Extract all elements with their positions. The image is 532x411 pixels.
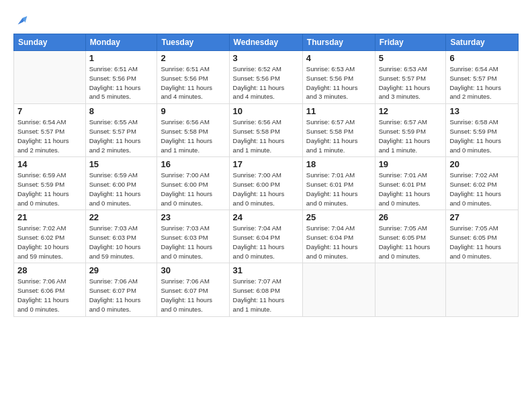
calendar-day-cell bbox=[375, 263, 446, 316]
calendar-day-cell: 6Sunrise: 6:54 AMSunset: 5:57 PMDaylight… bbox=[446, 51, 519, 104]
day-info: Sunrise: 6:54 AMSunset: 5:57 PMDaylight:… bbox=[449, 64, 515, 101]
day-info: Sunrise: 7:06 AMSunset: 6:07 PMDaylight:… bbox=[161, 277, 225, 314]
calendar-day-cell: 9Sunrise: 6:56 AMSunset: 5:58 PMDaylight… bbox=[157, 104, 229, 157]
calendar-day-header: Tuesday bbox=[157, 34, 229, 51]
calendar-day-cell: 3Sunrise: 6:52 AMSunset: 5:56 PMDaylight… bbox=[229, 51, 302, 104]
day-number: 13 bbox=[449, 106, 515, 116]
day-info: Sunrise: 6:57 AMSunset: 5:59 PMDaylight:… bbox=[379, 118, 443, 154]
calendar-day-cell: 16Sunrise: 7:00 AMSunset: 6:00 PMDayligh… bbox=[157, 157, 229, 210]
calendar-week-row: 21Sunrise: 7:02 AMSunset: 6:02 PMDayligh… bbox=[14, 210, 519, 263]
calendar-table: SundayMondayTuesdayWednesdayThursdayFrid… bbox=[13, 34, 519, 316]
logo-bird-icon bbox=[14, 13, 29, 28]
calendar-day-cell: 15Sunrise: 6:59 AMSunset: 6:00 PMDayligh… bbox=[85, 157, 157, 210]
day-info: Sunrise: 7:01 AMSunset: 6:01 PMDaylight:… bbox=[379, 171, 443, 208]
day-number: 21 bbox=[17, 212, 82, 222]
day-info: Sunrise: 6:57 AMSunset: 5:58 PMDaylight:… bbox=[306, 118, 371, 154]
calendar-day-cell bbox=[302, 263, 375, 316]
day-number: 15 bbox=[89, 159, 154, 169]
day-number: 12 bbox=[379, 106, 443, 116]
day-number: 10 bbox=[233, 106, 299, 116]
day-info: Sunrise: 6:53 AMSunset: 5:56 PMDaylight:… bbox=[306, 64, 371, 101]
day-info: Sunrise: 7:06 AMSunset: 6:07 PMDaylight:… bbox=[89, 277, 154, 314]
day-number: 14 bbox=[17, 159, 82, 169]
calendar-day-cell: 8Sunrise: 6:55 AMSunset: 5:57 PMDaylight… bbox=[85, 104, 157, 157]
calendar-day-header: Monday bbox=[85, 34, 157, 51]
calendar-day-cell: 29Sunrise: 7:06 AMSunset: 6:07 PMDayligh… bbox=[85, 263, 157, 316]
calendar-day-cell: 5Sunrise: 6:53 AMSunset: 5:57 PMDaylight… bbox=[375, 51, 446, 104]
day-number: 19 bbox=[379, 159, 443, 169]
day-number: 22 bbox=[89, 212, 154, 222]
day-info: Sunrise: 7:04 AMSunset: 6:04 PMDaylight:… bbox=[306, 224, 371, 261]
calendar-day-cell: 25Sunrise: 7:04 AMSunset: 6:04 PMDayligh… bbox=[302, 210, 375, 263]
day-info: Sunrise: 6:54 AMSunset: 5:57 PMDaylight:… bbox=[17, 118, 82, 154]
calendar-day-cell: 20Sunrise: 7:02 AMSunset: 6:02 PMDayligh… bbox=[446, 157, 519, 210]
calendar-header-row: SundayMondayTuesdayWednesdayThursdayFrid… bbox=[14, 34, 519, 51]
page: SundayMondayTuesdayWednesdayThursdayFrid… bbox=[0, 0, 532, 324]
calendar-day-cell: 2Sunrise: 6:51 AMSunset: 5:56 PMDaylight… bbox=[157, 51, 229, 104]
day-info: Sunrise: 6:52 AMSunset: 5:56 PMDaylight:… bbox=[233, 64, 299, 101]
day-number: 16 bbox=[161, 159, 225, 169]
day-number: 31 bbox=[233, 265, 299, 275]
calendar-day-header: Thursday bbox=[302, 34, 375, 51]
header bbox=[13, 12, 519, 28]
calendar-day-cell: 11Sunrise: 6:57 AMSunset: 5:58 PMDayligh… bbox=[302, 104, 375, 157]
calendar-day-cell bbox=[14, 51, 86, 104]
day-info: Sunrise: 7:04 AMSunset: 6:04 PMDaylight:… bbox=[233, 224, 299, 261]
day-info: Sunrise: 7:06 AMSunset: 6:06 PMDaylight:… bbox=[17, 277, 82, 314]
calendar-day-cell: 7Sunrise: 6:54 AMSunset: 5:57 PMDaylight… bbox=[14, 104, 86, 157]
calendar-day-cell: 22Sunrise: 7:03 AMSunset: 6:03 PMDayligh… bbox=[85, 210, 157, 263]
calendar-day-cell: 10Sunrise: 6:56 AMSunset: 5:58 PMDayligh… bbox=[229, 104, 302, 157]
calendar-day-cell: 18Sunrise: 7:01 AMSunset: 6:01 PMDayligh… bbox=[302, 157, 375, 210]
calendar-week-row: 7Sunrise: 6:54 AMSunset: 5:57 PMDaylight… bbox=[14, 104, 519, 157]
calendar-week-row: 28Sunrise: 7:06 AMSunset: 6:06 PMDayligh… bbox=[14, 263, 519, 316]
calendar-day-cell: 31Sunrise: 7:07 AMSunset: 6:08 PMDayligh… bbox=[229, 263, 302, 316]
day-info: Sunrise: 7:01 AMSunset: 6:01 PMDaylight:… bbox=[306, 171, 371, 208]
day-number: 2 bbox=[161, 53, 225, 63]
day-number: 30 bbox=[161, 265, 225, 275]
day-info: Sunrise: 6:56 AMSunset: 5:58 PMDaylight:… bbox=[233, 118, 299, 154]
day-number: 26 bbox=[379, 212, 443, 222]
day-number: 7 bbox=[17, 106, 82, 116]
day-number: 18 bbox=[306, 159, 371, 169]
day-number: 8 bbox=[89, 106, 154, 116]
calendar-day-cell: 4Sunrise: 6:53 AMSunset: 5:56 PMDaylight… bbox=[302, 51, 375, 104]
day-info: Sunrise: 6:51 AMSunset: 5:56 PMDaylight:… bbox=[89, 64, 154, 101]
day-number: 1 bbox=[89, 53, 154, 63]
calendar-day-cell: 28Sunrise: 7:06 AMSunset: 6:06 PMDayligh… bbox=[14, 263, 86, 316]
calendar-day-cell: 1Sunrise: 6:51 AMSunset: 5:56 PMDaylight… bbox=[85, 51, 157, 104]
calendar-day-cell: 12Sunrise: 6:57 AMSunset: 5:59 PMDayligh… bbox=[375, 104, 446, 157]
calendar-day-header: Saturday bbox=[446, 34, 519, 51]
calendar-day-cell: 24Sunrise: 7:04 AMSunset: 6:04 PMDayligh… bbox=[229, 210, 302, 263]
day-info: Sunrise: 6:53 AMSunset: 5:57 PMDaylight:… bbox=[379, 64, 443, 101]
calendar-day-cell: 13Sunrise: 6:58 AMSunset: 5:59 PMDayligh… bbox=[446, 104, 519, 157]
day-info: Sunrise: 7:05 AMSunset: 6:05 PMDaylight:… bbox=[449, 224, 515, 261]
day-number: 4 bbox=[306, 53, 371, 63]
calendar-day-cell: 21Sunrise: 7:02 AMSunset: 6:02 PMDayligh… bbox=[14, 210, 86, 263]
calendar-day-cell: 14Sunrise: 6:59 AMSunset: 5:59 PMDayligh… bbox=[14, 157, 86, 210]
day-number: 28 bbox=[17, 265, 82, 275]
day-number: 24 bbox=[233, 212, 299, 222]
day-info: Sunrise: 7:02 AMSunset: 6:02 PMDaylight:… bbox=[17, 224, 82, 261]
day-number: 6 bbox=[449, 53, 515, 63]
day-number: 5 bbox=[379, 53, 443, 63]
calendar-day-header: Wednesday bbox=[229, 34, 302, 51]
day-info: Sunrise: 6:51 AMSunset: 5:56 PMDaylight:… bbox=[161, 64, 225, 101]
calendar-week-row: 14Sunrise: 6:59 AMSunset: 5:59 PMDayligh… bbox=[14, 157, 519, 210]
day-number: 11 bbox=[306, 106, 371, 116]
calendar-day-cell: 17Sunrise: 7:00 AMSunset: 6:00 PMDayligh… bbox=[229, 157, 302, 210]
calendar-day-header: Friday bbox=[375, 34, 446, 51]
logo-text bbox=[13, 12, 29, 28]
calendar-day-cell: 23Sunrise: 7:03 AMSunset: 6:03 PMDayligh… bbox=[157, 210, 229, 263]
calendar-day-cell: 26Sunrise: 7:05 AMSunset: 6:05 PMDayligh… bbox=[375, 210, 446, 263]
day-info: Sunrise: 6:58 AMSunset: 5:59 PMDaylight:… bbox=[449, 118, 515, 154]
calendar-day-header: Sunday bbox=[14, 34, 86, 51]
day-number: 23 bbox=[161, 212, 225, 222]
logo bbox=[13, 12, 29, 28]
day-info: Sunrise: 7:03 AMSunset: 6:03 PMDaylight:… bbox=[161, 224, 225, 261]
calendar-day-cell: 19Sunrise: 7:01 AMSunset: 6:01 PMDayligh… bbox=[375, 157, 446, 210]
calendar-day-cell: 30Sunrise: 7:06 AMSunset: 6:07 PMDayligh… bbox=[157, 263, 229, 316]
day-number: 29 bbox=[89, 265, 154, 275]
day-info: Sunrise: 6:59 AMSunset: 6:00 PMDaylight:… bbox=[89, 171, 154, 208]
calendar-day-cell: 27Sunrise: 7:05 AMSunset: 6:05 PMDayligh… bbox=[446, 210, 519, 263]
day-info: Sunrise: 6:56 AMSunset: 5:58 PMDaylight:… bbox=[161, 118, 225, 154]
